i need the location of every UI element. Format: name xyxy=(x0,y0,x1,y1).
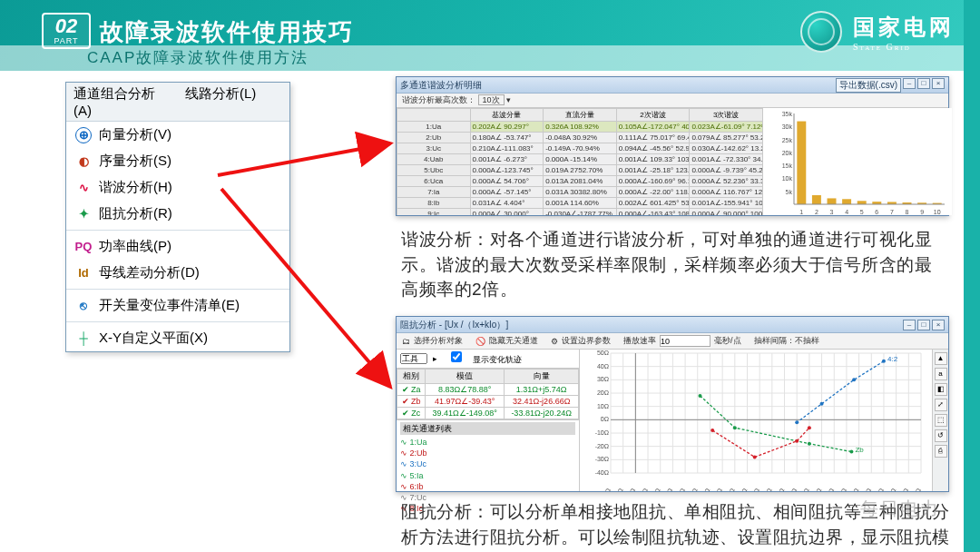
maximize-button[interactable]: □ xyxy=(917,78,930,89)
switch-icon: ⎋ xyxy=(75,298,92,314)
select-object-button[interactable]: 🗂 选择分析对象 xyxy=(402,335,463,347)
svg-text:6: 6 xyxy=(875,209,878,215)
svg-text:10: 10 xyxy=(934,209,941,215)
svg-point-116 xyxy=(795,420,799,424)
svg-text:2: 2 xyxy=(815,209,818,215)
export-csv-button[interactable]: 导出数据(.csv) xyxy=(836,78,901,93)
hide-channels-button[interactable]: 🚫 隐藏无关通道 xyxy=(475,335,538,347)
minimize-button[interactable]: – xyxy=(903,78,916,89)
svg-text:10k: 10k xyxy=(782,175,793,182)
menu-item-label: 阻抗分析(R) xyxy=(99,205,172,222)
svg-text:5k: 5k xyxy=(786,189,793,195)
slide-body: 通道组合分析(A) 线路分析(L) ⊕向量分析(V) ◐序量分析(S) ∿谐波分… xyxy=(0,71,980,552)
svg-text:-20Ω: -20Ω xyxy=(601,488,612,491)
tool-icon[interactable]: ⎙ xyxy=(935,445,947,458)
svg-text:180Ω: 180Ω xyxy=(848,488,859,491)
svg-text:35k: 35k xyxy=(782,112,793,117)
menu-item-sequence[interactable]: ◐序量分析(S) xyxy=(66,148,289,174)
menu-header-left[interactable]: 通道组合分析(A) xyxy=(66,83,178,121)
svg-text:4:2: 4:2 xyxy=(887,355,898,363)
menu-header: 通道组合分析(A) 线路分析(L) xyxy=(66,83,289,122)
menu-item-harmonic[interactable]: ∿谐波分析(H) xyxy=(66,174,289,201)
tool-icon[interactable]: ⬚ xyxy=(935,414,947,427)
svg-text:-30Ω: -30Ω xyxy=(595,456,609,462)
tool-icon[interactable]: ◧ xyxy=(935,383,947,396)
maximize-button[interactable]: □ xyxy=(917,320,930,330)
window-title: 阻抗分析 - [Ux /（Ix+kIo）] xyxy=(400,319,508,331)
svg-text:3: 3 xyxy=(830,209,834,215)
impedance-analysis-window: 阻抗分析 - [Ux /（Ix+kIo）] – □ × 🗂 选择分析对象 🚫 隐… xyxy=(396,316,949,492)
analysis-dropdown-menu: 通道组合分析(A) 线路分析(L) ⊕向量分析(V) ◐序量分析(S) ∿谐波分… xyxy=(65,82,290,352)
svg-text:8: 8 xyxy=(906,209,909,215)
pq-icon: PQ xyxy=(75,239,92,255)
play-rate-input[interactable] xyxy=(660,335,710,347)
menu-item-impedance[interactable]: ✦阻抗分析(R) xyxy=(66,201,289,227)
svg-text:210Ω: 210Ω xyxy=(886,488,897,491)
play-rate-label: 播放速率 xyxy=(623,335,656,347)
menu-item-power-curve[interactable]: PQ功率曲线(P) xyxy=(66,233,289,260)
close-button[interactable]: × xyxy=(932,78,945,89)
xy-icon: ┼ xyxy=(75,330,92,347)
svg-point-105 xyxy=(698,394,701,398)
menu-item-label: 功率曲线(P) xyxy=(99,238,172,255)
menu-item-busdiff[interactable]: Id母线差动分析(D) xyxy=(66,260,289,286)
svg-text:-20Ω: -20Ω xyxy=(595,443,609,449)
svg-text:0Ω: 0Ω xyxy=(628,488,637,491)
watermark: 每日电力 xyxy=(860,497,940,521)
tool-icon[interactable]: ↺ xyxy=(935,429,947,442)
svg-text:40Ω: 40Ω xyxy=(597,363,609,370)
menu-item-xy-plane[interactable]: ┼X-Y自定义平面(X) xyxy=(66,325,289,351)
svg-text:200Ω: 200Ω xyxy=(874,488,885,491)
svg-text:40Ω: 40Ω xyxy=(676,488,686,491)
slide-header: 02 PART 故障录波软件使用技巧 CAAP故障录波软件使用方法 国家电网 S… xyxy=(0,0,980,71)
minimize-button[interactable]: – xyxy=(903,320,916,330)
svg-text:0Ω: 0Ω xyxy=(601,416,609,422)
slide-title: 故障录波软件使用技巧 xyxy=(100,16,354,48)
menu-item-label: X-Y自定义平面(X) xyxy=(99,330,208,347)
part-badge: 02 PART xyxy=(42,13,91,49)
svg-text:-40Ω: -40Ω xyxy=(595,469,609,476)
tool-icon[interactable]: ⤢ xyxy=(935,399,947,411)
svg-text:230Ω: 230Ω xyxy=(911,488,922,491)
svg-rect-11 xyxy=(812,195,821,204)
menu-item-label: 母线差动分析(D) xyxy=(99,264,200,281)
harmonic-order-value[interactable]: 10次 xyxy=(478,94,505,105)
sequence-icon: ◐ xyxy=(75,153,92,170)
state-grid-logo-icon xyxy=(800,11,842,53)
window-titlebar[interactable]: 多通道谐波分析明细 导出数据(.csv) – □ × xyxy=(397,77,948,94)
svg-text:220Ω: 220Ω xyxy=(898,488,909,491)
brand-name-cn: 国家电网 xyxy=(853,13,955,42)
harmonic-order-label: 谐波分析最高次数： xyxy=(402,95,475,104)
tool-icon[interactable]: ▲ xyxy=(935,352,947,365)
impedance-icon: ✦ xyxy=(75,206,92,222)
show-trajectory-checkbox[interactable]: 显示变化轨迹 xyxy=(443,351,522,366)
svg-text:-10Ω: -10Ω xyxy=(613,488,624,491)
svg-text:50Ω: 50Ω xyxy=(597,350,609,356)
window-titlebar[interactable]: 阻抗分析 - [Ux /（Ix+kIo）] – □ × xyxy=(397,317,948,333)
svg-text:10Ω: 10Ω xyxy=(597,403,609,409)
menu-item-switch-events[interactable]: ⎋开关量变位事件清单(E) xyxy=(66,292,289,319)
svg-rect-17 xyxy=(858,201,867,204)
svg-text:Zb: Zb xyxy=(855,446,864,454)
chart-tool-sidebar: ▲ a ◧ ⤢ ⬚ ↺ ⎙ xyxy=(932,350,948,491)
svg-text:30Ω: 30Ω xyxy=(663,488,673,491)
sample-interval-label[interactable]: 抽样间隔：不抽样 xyxy=(754,335,819,347)
svg-text:4: 4 xyxy=(845,209,848,215)
harmonic-toolbar: 谐波分析最高次数： 10次 ▾ xyxy=(397,94,948,108)
tool-field[interactable] xyxy=(400,353,427,364)
close-button[interactable]: × xyxy=(932,320,945,330)
svg-text:10Ω: 10Ω xyxy=(639,488,649,491)
menu-separator xyxy=(66,289,289,290)
svg-point-108 xyxy=(849,450,853,454)
svg-point-111 xyxy=(795,439,799,443)
svg-text:15k: 15k xyxy=(782,163,793,169)
svg-text:7: 7 xyxy=(890,209,894,215)
menu-item-vector[interactable]: ⊕向量分析(V) xyxy=(66,122,289,148)
harmonic-analysis-window: 多通道谐波分析明细 导出数据(.csv) – □ × 谐波分析最高次数： 10次… xyxy=(396,76,949,216)
tool-icon[interactable]: a xyxy=(935,368,947,380)
svg-text:140Ω: 140Ω xyxy=(799,488,809,491)
menu-header-right[interactable]: 线路分析(L) xyxy=(178,83,289,121)
svg-point-115 xyxy=(820,402,824,406)
boundary-settings-button[interactable]: ⚙ 设置边界参数 xyxy=(551,335,611,347)
svg-text:1: 1 xyxy=(799,209,803,215)
